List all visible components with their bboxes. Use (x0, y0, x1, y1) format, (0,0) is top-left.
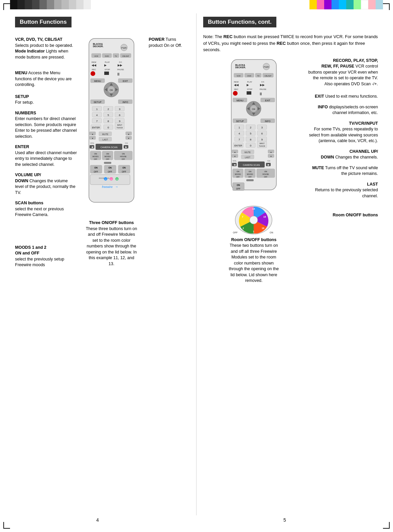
svg-text:7: 7 (242, 216, 243, 218)
svg-text:5: 5 (250, 132, 252, 135)
svg-text:3: 3 (261, 126, 263, 129)
svg-text:MOOD1: MOOD1 (235, 173, 241, 175)
svg-text:▲: ▲ (234, 151, 236, 153)
svg-text:INFO: INFO (123, 101, 128, 103)
label-menu: MENU Access the Menu functions of the de… (15, 70, 77, 88)
svg-text:TV/VCR: TV/VCR (259, 145, 265, 147)
corner-mark-tl (3, 3, 10, 10)
svg-text:CBL/SAT: CBL/SAT (122, 55, 129, 57)
svg-text:ENTER: ENTER (234, 144, 242, 147)
svg-text:4: 4 (96, 114, 98, 117)
svg-text:ON: ON (270, 231, 273, 234)
corner-mark-bl (3, 522, 10, 529)
svg-point-140 (233, 91, 238, 96)
svg-text:LAST: LAST (103, 138, 108, 141)
svg-text:EXIT: EXIT (123, 80, 128, 82)
svg-text:ENTER: ENTER (92, 126, 100, 129)
svg-text:▼: ▼ (234, 155, 236, 157)
svg-text:TV: TV (257, 75, 259, 77)
label-enter: ENTER Used after direct channel number e… (15, 144, 77, 168)
svg-text:▲: ▲ (92, 133, 94, 135)
svg-text:16: 16 (262, 227, 264, 229)
label-numbers: NUMBERS Enter numbers for direct channel… (15, 110, 77, 140)
svg-text:MOOD2: MOOD2 (247, 173, 253, 175)
label-moods: MOODS 1 and 2ON and OFF select the previ… (15, 245, 77, 268)
svg-text:INPUT: INPUT (260, 142, 265, 144)
svg-text:1: 1 (253, 230, 254, 233)
svg-text:VCR: VCR (94, 55, 98, 57)
svg-text:▼: ▼ (128, 137, 130, 139)
svg-text:OK: OK (252, 108, 255, 110)
svg-text:6: 6 (119, 114, 121, 117)
svg-text:VOL: VOL (233, 160, 237, 162)
right-labels-column: RECORD, PLAY, STOP,REW, FF, PAUSE VCR co… (304, 58, 378, 284)
svg-text:MENU: MENU (94, 80, 101, 82)
svg-text:7: 7 (239, 138, 240, 141)
svg-text:◀◀: ◀◀ (92, 64, 96, 67)
svg-text:CH: CH (125, 142, 128, 144)
svg-text:VCR: VCR (237, 75, 241, 77)
svg-text:freewire: freewire (102, 185, 113, 189)
svg-text:0: 0 (108, 126, 109, 129)
svg-text:9: 9 (261, 138, 263, 141)
svg-text:▶: ▶ (247, 83, 249, 87)
svg-text:CH: CH (267, 160, 270, 162)
svg-text:▼: ▼ (92, 137, 94, 139)
svg-text:REW: REW (92, 61, 96, 63)
svg-text:ON: ON (237, 171, 239, 173)
label-last: LAST Returns to the previously selected … (308, 182, 378, 199)
right-remote-area: BLACK& DECKER. PWR VCR DVD TV CBL/SAT RE… (203, 58, 304, 284)
svg-text:8: 8 (250, 138, 252, 141)
svg-text:ON: ON (108, 167, 112, 169)
svg-text:CAMERA SCAN: CAMERA SCAN (243, 164, 260, 166)
svg-text:11: 11 (105, 178, 107, 180)
page-layout: Button Functions VCR, DVD, TV, CBL/SAT S… (0, 0, 393, 532)
svg-text:TV/VCR: TV/VCR (117, 127, 123, 129)
page-number-left: 4 (96, 517, 99, 523)
right-labels-column: POWER Turns product On or Off. (146, 37, 189, 273)
svg-text:OFF: OFF (108, 171, 112, 173)
left-labels-column: VCR, DVD, TV, CBL/SAT Selects product to… (15, 37, 77, 273)
svg-text:INFO: INFO (265, 120, 271, 122)
svg-text:™: ™ (116, 186, 118, 188)
svg-rect-141 (247, 91, 251, 95)
svg-text:6: 6 (261, 132, 263, 135)
label-room-onoff: Room ON/OFF buttons (308, 212, 378, 218)
label-volume: VOLUME UP/DOWN Changes the volume level … (15, 172, 77, 196)
svg-text:ON: ON (106, 153, 109, 155)
svg-text:1: 1 (96, 108, 98, 111)
svg-text:ON: ON (94, 167, 98, 169)
svg-text:▶: ▶ (104, 64, 107, 67)
svg-text:REW: REW (234, 81, 239, 83)
svg-rect-24 (104, 72, 109, 75)
label-record: RECORD, PLAY, STOP,REW, FF, PAUSE VCR co… (308, 58, 378, 87)
svg-text:VOL: VOL (90, 142, 95, 144)
svg-text:STOP: STOP (105, 69, 110, 71)
svg-text:14: 14 (252, 208, 255, 210)
svg-text:PLAY: PLAY (105, 61, 110, 63)
svg-text:▶▶: ▶▶ (118, 64, 122, 67)
svg-text:▶▶: ▶▶ (260, 83, 265, 87)
svg-text:3: 3 (119, 108, 121, 111)
svg-text:2: 2 (108, 108, 109, 111)
svg-text:SETUP: SETUP (94, 101, 102, 103)
svg-text:MENU: MENU (237, 99, 244, 102)
right-page: Button Functions, cont. Note: The REC bu… (196, 13, 383, 515)
svg-text:DECKER.: DECKER. (93, 45, 104, 47)
svg-text:BLACK&: BLACK& (93, 43, 103, 45)
svg-text:ON: ON (249, 171, 251, 173)
svg-point-23 (91, 71, 95, 76)
svg-text:ON: ON (122, 153, 125, 155)
label-power: POWER Turns product On or Off. (149, 37, 189, 48)
page-number-right: 5 (283, 517, 286, 523)
right-remote-svg: BLACK& DECKER. PWR VCR DVD TV CBL/SAT RE… (228, 58, 280, 205)
svg-text:CAMERA SCAN: CAMERA SCAN (101, 146, 118, 148)
svg-text:STOP: STOP (247, 88, 252, 90)
label-exit: EXIT Used to exit menu functions. (308, 94, 378, 100)
svg-text:▲: ▲ (128, 133, 130, 135)
svg-text:PAUSE: PAUSE (260, 88, 266, 90)
svg-text:DVD: DVD (105, 55, 109, 57)
svg-text:0: 0 (250, 144, 252, 147)
svg-text:PWR: PWR (121, 47, 127, 49)
label-setup: SETUPFor setup. (15, 94, 77, 106)
